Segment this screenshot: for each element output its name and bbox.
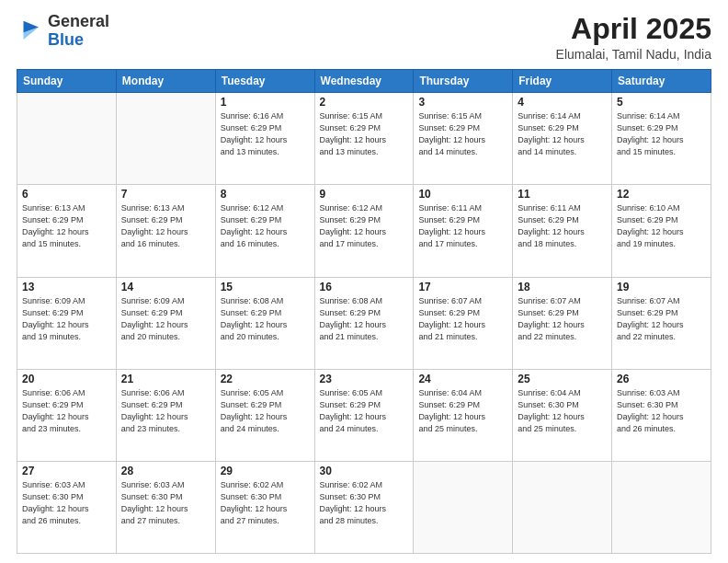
day-number: 30	[320, 465, 409, 477]
day-number: 10	[418, 188, 507, 201]
day-info: Sunrise: 6:15 AM Sunset: 6:29 PM Dayligh…	[418, 110, 507, 158]
day-info: Sunrise: 6:13 AM Sunset: 6:29 PM Dayligh…	[121, 202, 210, 250]
day-number: 8	[221, 188, 310, 201]
day-info: Sunrise: 6:15 AM Sunset: 6:29 PM Dayligh…	[320, 110, 409, 158]
day-cell	[414, 461, 513, 553]
day-cell: 4Sunrise: 6:14 AM Sunset: 6:29 PM Daylig…	[513, 93, 612, 185]
day-number: 13	[22, 281, 111, 293]
day-cell: 18Sunrise: 6:07 AM Sunset: 6:29 PM Dayli…	[513, 277, 612, 369]
day-number: 24	[418, 373, 507, 385]
day-info: Sunrise: 6:16 AM Sunset: 6:29 PM Dayligh…	[221, 110, 310, 158]
day-info: Sunrise: 6:08 AM Sunset: 6:29 PM Dayligh…	[320, 295, 409, 343]
day-cell: 8Sunrise: 6:12 AM Sunset: 6:29 PM Daylig…	[215, 185, 314, 277]
day-number: 9	[320, 188, 409, 201]
day-info: Sunrise: 6:12 AM Sunset: 6:29 PM Dayligh…	[221, 202, 310, 250]
day-cell: 9Sunrise: 6:12 AM Sunset: 6:29 PM Daylig…	[314, 185, 414, 277]
day-number: 18	[518, 281, 607, 293]
day-number: 6	[22, 188, 111, 201]
day-number: 1	[221, 96, 310, 109]
day-info: Sunrise: 6:03 AM Sunset: 6:30 PM Dayligh…	[22, 479, 111, 527]
day-info: Sunrise: 6:06 AM Sunset: 6:29 PM Dayligh…	[22, 387, 111, 435]
logo-general: General	[48, 12, 109, 30]
calendar-subtitle: Elumalai, Tamil Nadu, India	[556, 47, 711, 62]
day-info: Sunrise: 6:10 AM Sunset: 6:29 PM Dayligh…	[617, 202, 706, 250]
col-header-wednesday: Wednesday	[314, 70, 414, 93]
page: General Blue April 2025 Elumalai, Tamil …	[0, 0, 728, 563]
day-number: 25	[518, 373, 607, 385]
day-cell: 21Sunrise: 6:06 AM Sunset: 6:29 PM Dayli…	[116, 369, 215, 461]
day-cell: 26Sunrise: 6:03 AM Sunset: 6:30 PM Dayli…	[612, 369, 711, 461]
day-info: Sunrise: 6:08 AM Sunset: 6:29 PM Dayligh…	[221, 295, 310, 343]
day-info: Sunrise: 6:02 AM Sunset: 6:30 PM Dayligh…	[320, 479, 409, 527]
day-number: 23	[320, 373, 409, 385]
day-info: Sunrise: 6:05 AM Sunset: 6:29 PM Dayligh…	[221, 387, 310, 435]
day-cell: 24Sunrise: 6:04 AM Sunset: 6:29 PM Dayli…	[414, 369, 513, 461]
day-cell	[612, 461, 711, 553]
day-cell: 25Sunrise: 6:04 AM Sunset: 6:30 PM Dayli…	[513, 369, 612, 461]
day-info: Sunrise: 6:07 AM Sunset: 6:29 PM Dayligh…	[518, 295, 607, 343]
day-info: Sunrise: 6:06 AM Sunset: 6:29 PM Dayligh…	[121, 387, 210, 435]
day-number: 26	[617, 373, 706, 385]
day-number: 3	[418, 96, 507, 109]
logo-icon	[17, 17, 44, 45]
day-cell: 19Sunrise: 6:07 AM Sunset: 6:29 PM Dayli…	[612, 277, 711, 369]
logo-blue: Blue	[48, 30, 84, 49]
day-info: Sunrise: 6:04 AM Sunset: 6:29 PM Dayligh…	[418, 387, 507, 435]
col-header-thursday: Thursday	[414, 70, 513, 93]
day-info: Sunrise: 6:09 AM Sunset: 6:29 PM Dayligh…	[121, 295, 210, 343]
day-number: 7	[121, 188, 210, 201]
week-row-4: 20Sunrise: 6:06 AM Sunset: 6:29 PM Dayli…	[17, 369, 711, 461]
day-number: 28	[121, 465, 210, 477]
day-cell	[17, 93, 117, 185]
day-info: Sunrise: 6:13 AM Sunset: 6:29 PM Dayligh…	[22, 202, 111, 250]
day-info: Sunrise: 6:11 AM Sunset: 6:29 PM Dayligh…	[518, 202, 607, 250]
day-cell: 1Sunrise: 6:16 AM Sunset: 6:29 PM Daylig…	[215, 93, 314, 185]
calendar-table: SundayMondayTuesdayWednesdayThursdayFrid…	[17, 69, 711, 554]
day-number: 27	[22, 465, 111, 477]
day-cell: 20Sunrise: 6:06 AM Sunset: 6:29 PM Dayli…	[17, 369, 117, 461]
day-number: 11	[518, 188, 607, 201]
day-cell: 23Sunrise: 6:05 AM Sunset: 6:29 PM Dayli…	[314, 369, 414, 461]
day-cell: 30Sunrise: 6:02 AM Sunset: 6:30 PM Dayli…	[314, 461, 414, 553]
week-row-5: 27Sunrise: 6:03 AM Sunset: 6:30 PM Dayli…	[17, 461, 711, 553]
day-cell: 2Sunrise: 6:15 AM Sunset: 6:29 PM Daylig…	[314, 93, 414, 185]
day-cell: 13Sunrise: 6:09 AM Sunset: 6:29 PM Dayli…	[17, 277, 117, 369]
day-info: Sunrise: 6:07 AM Sunset: 6:29 PM Dayligh…	[418, 295, 507, 343]
day-info: Sunrise: 6:02 AM Sunset: 6:30 PM Dayligh…	[221, 479, 310, 527]
day-info: Sunrise: 6:03 AM Sunset: 6:30 PM Dayligh…	[121, 479, 210, 527]
day-number: 5	[617, 96, 706, 109]
header: General Blue April 2025 Elumalai, Tamil …	[17, 13, 711, 62]
week-row-1: 1Sunrise: 6:16 AM Sunset: 6:29 PM Daylig…	[17, 93, 711, 185]
day-number: 2	[320, 96, 409, 109]
week-row-2: 6Sunrise: 6:13 AM Sunset: 6:29 PM Daylig…	[17, 185, 711, 277]
col-header-sunday: Sunday	[17, 70, 117, 93]
days-header-row: SundayMondayTuesdayWednesdayThursdayFrid…	[17, 70, 711, 93]
day-cell: 10Sunrise: 6:11 AM Sunset: 6:29 PM Dayli…	[414, 185, 513, 277]
day-info: Sunrise: 6:03 AM Sunset: 6:30 PM Dayligh…	[617, 387, 706, 435]
day-cell: 29Sunrise: 6:02 AM Sunset: 6:30 PM Dayli…	[215, 461, 314, 553]
day-number: 17	[418, 281, 507, 293]
day-number: 15	[221, 281, 310, 293]
day-number: 21	[121, 373, 210, 385]
day-info: Sunrise: 6:05 AM Sunset: 6:29 PM Dayligh…	[320, 387, 409, 435]
day-cell: 6Sunrise: 6:13 AM Sunset: 6:29 PM Daylig…	[17, 185, 117, 277]
day-cell: 3Sunrise: 6:15 AM Sunset: 6:29 PM Daylig…	[414, 93, 513, 185]
col-header-friday: Friday	[513, 70, 612, 93]
day-number: 20	[22, 373, 111, 385]
day-info: Sunrise: 6:04 AM Sunset: 6:30 PM Dayligh…	[518, 387, 607, 435]
day-cell: 7Sunrise: 6:13 AM Sunset: 6:29 PM Daylig…	[116, 185, 215, 277]
day-info: Sunrise: 6:14 AM Sunset: 6:29 PM Dayligh…	[617, 110, 706, 158]
day-cell: 5Sunrise: 6:14 AM Sunset: 6:29 PM Daylig…	[612, 93, 711, 185]
day-number: 12	[617, 188, 706, 201]
day-cell: 28Sunrise: 6:03 AM Sunset: 6:30 PM Dayli…	[116, 461, 215, 553]
day-info: Sunrise: 6:12 AM Sunset: 6:29 PM Dayligh…	[320, 202, 409, 250]
title-block: April 2025 Elumalai, Tamil Nadu, India	[556, 13, 711, 62]
day-info: Sunrise: 6:09 AM Sunset: 6:29 PM Dayligh…	[22, 295, 111, 343]
day-number: 4	[518, 96, 607, 109]
day-cell: 27Sunrise: 6:03 AM Sunset: 6:30 PM Dayli…	[17, 461, 117, 553]
col-header-tuesday: Tuesday	[215, 70, 314, 93]
day-cell	[513, 461, 612, 553]
day-info: Sunrise: 6:11 AM Sunset: 6:29 PM Dayligh…	[418, 202, 507, 250]
day-cell: 22Sunrise: 6:05 AM Sunset: 6:29 PM Dayli…	[215, 369, 314, 461]
day-cell: 16Sunrise: 6:08 AM Sunset: 6:29 PM Dayli…	[314, 277, 414, 369]
